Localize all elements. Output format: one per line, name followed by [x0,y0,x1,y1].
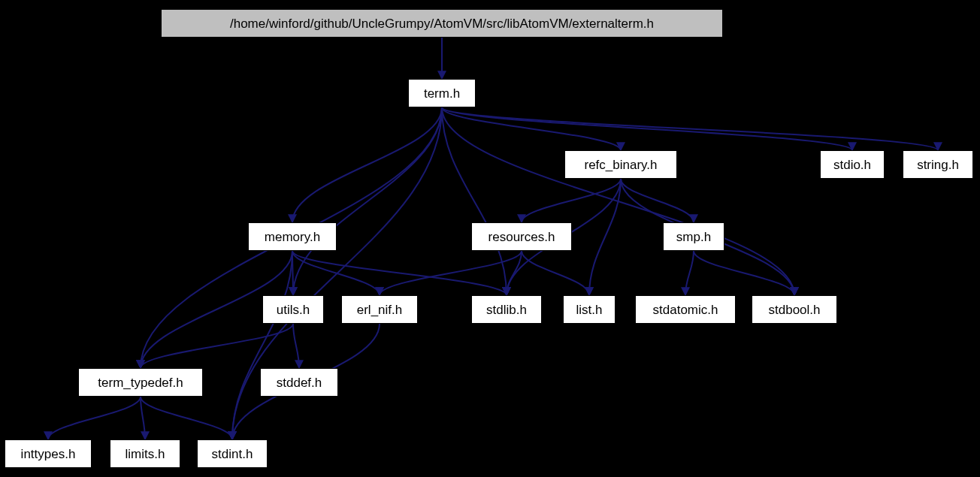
edge-memory-stdint [232,251,292,439]
node-inttypes[interactable]: inttypes.h [5,439,92,468]
edge-refc-resources [522,179,621,222]
node-stddef[interactable]: stddef.h [260,368,338,397]
node-termtd[interactable]: term_typedef.h [78,368,203,397]
edge-term-stdio [442,107,852,150]
edge-term-stdlib [442,107,507,295]
node-refc[interactable]: refc_binary.h [564,150,677,179]
edge-memory-utils [292,251,293,295]
edge-termtd-inttypes [48,397,141,439]
node-limits[interactable]: limits.h [110,439,180,468]
edge-term-stdbool [442,107,794,295]
edge-term-string [442,107,938,150]
node-string[interactable]: string.h [903,150,973,179]
edge-term-utils [293,107,442,295]
edge-utils-termtd [141,324,293,368]
node-smp[interactable]: smp.h [663,222,724,251]
node-list[interactable]: list.h [563,295,616,324]
node-root[interactable]: /home/winford/github/UncleGrumpy/AtomVM/… [161,9,723,38]
edge-memory-erlnif [292,251,380,295]
edge-smp-stdbool [694,251,794,295]
edge-resources-list [522,251,589,295]
edge-refc-smp [621,179,694,222]
node-resources[interactable]: resources.h [471,222,572,251]
dependency-graph: /home/winford/github/UncleGrumpy/AtomVM/… [0,0,980,477]
node-erlnif[interactable]: erl_nif.h [341,295,418,324]
edge-resources-erlnif [380,251,522,295]
edge-termtd-limits [141,397,145,439]
node-term[interactable]: term.h [408,79,476,107]
node-utils[interactable]: utils.h [262,295,324,324]
edge-resources-stdlib [507,251,522,295]
edge-termtd-stdint [141,397,232,439]
edge-refc-list [589,179,621,295]
edge-smp-stdatomic [685,251,694,295]
node-stdlib[interactable]: stdlib.h [471,295,542,324]
edge-memory-stdlib [292,251,507,295]
node-stdatomic[interactable]: stdatomic.h [635,295,736,324]
node-memory[interactable]: memory.h [248,222,337,251]
node-stdbool[interactable]: stdbool.h [752,295,837,324]
edge-utils-stddef [293,324,299,368]
edge-term-refc [442,107,621,150]
node-stdint[interactable]: stdint.h [197,439,268,468]
node-stdio[interactable]: stdio.h [820,150,885,179]
edge-term-memory [292,107,442,222]
